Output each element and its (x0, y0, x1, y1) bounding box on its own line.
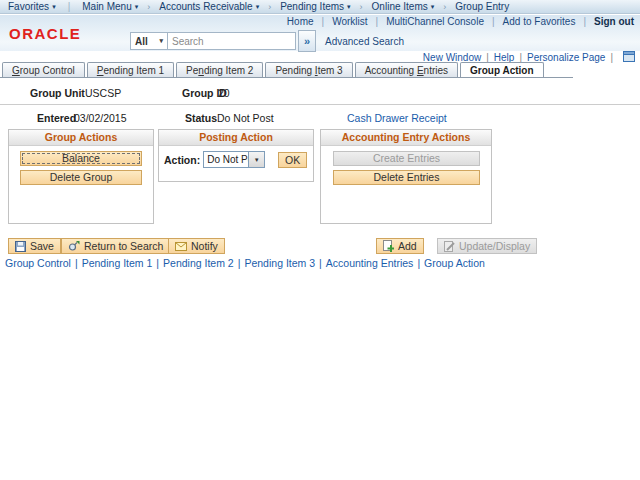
footer-separator: | (417, 257, 420, 269)
tab-pending-item-2[interactable]: Pending Item 2 (176, 62, 263, 78)
tab-group-action[interactable]: Group Action (460, 62, 544, 78)
search-scope-dropdown[interactable]: All ▾ (130, 32, 168, 50)
search-scope-value: All (135, 36, 148, 47)
chevron-down-icon: ▾ (52, 3, 56, 11)
select-dropdown-icon: ▼ (248, 152, 264, 167)
update-display-icon (444, 241, 455, 252)
notify-icon (175, 242, 187, 251)
delete-entries-button[interactable]: Delete Entries (333, 170, 480, 185)
breadcrumb-item-accounts-receivable[interactable]: Accounts Receivable▾ (159, 1, 259, 12)
add-label: Add (398, 240, 417, 252)
top-nav-separator: | (376, 16, 379, 27)
breadcrumb-label: Main Menu (82, 1, 131, 12)
tab-pending-item-1[interactable]: Pending Item 1 (87, 62, 174, 78)
footer-link-accounting-entries[interactable]: Accounting Entries (326, 257, 414, 269)
footer-link-pending-item-2[interactable]: Pending Item 2 (163, 257, 234, 269)
create-entries-button: Create Entries (333, 151, 480, 166)
chevron-down-icon: ▾ (347, 3, 351, 11)
footer-separator: | (319, 257, 322, 269)
group-unit-label: Group Unit (30, 87, 85, 99)
status-value: Do Not Post (217, 112, 274, 124)
accounting-entry-actions-title: Accounting Entry Actions (321, 130, 491, 146)
posting-action-title: Posting Action (159, 130, 313, 146)
breadcrumb-label: Pending Items (280, 1, 344, 12)
breadcrumb-label: Group Entry (455, 1, 509, 12)
breadcrumb-item-online-items[interactable]: Online Items▾ (372, 1, 435, 12)
update-display-label: Update/Display (459, 240, 530, 252)
footer-link-pending-item-1[interactable]: Pending Item 1 (82, 257, 153, 269)
delete-group-button[interactable]: Delete Group (20, 170, 142, 185)
group-id-value: 20 (218, 87, 230, 99)
notify-label: Notify (191, 240, 218, 252)
posting-action-select[interactable]: Do Not Post ▼ (203, 151, 265, 168)
accounting-entry-actions-panel: Accounting Entry Actions Create Entries … (320, 129, 492, 224)
entered-value: 03/02/2015 (74, 112, 127, 124)
chevron-down-icon: ▾ (256, 3, 260, 11)
balance-button[interactable]: Balance (20, 151, 142, 166)
top-nav-link-worklist[interactable]: Worklist (332, 16, 367, 27)
return-to-search-button[interactable]: Return to Search (61, 238, 170, 254)
tab-strip-underline (0, 77, 573, 78)
action-label: Action: (164, 154, 200, 166)
breadcrumb-label: Online Items (372, 1, 428, 12)
chevron-down-icon: ▾ (431, 3, 435, 11)
breadcrumb-separator-icon: › (360, 2, 363, 12)
group-actions-title: Group Actions (9, 130, 153, 146)
top-nav-separator: | (322, 16, 325, 27)
posting-action-panel: Posting Action Action: Do Not Post ▼ OK (158, 129, 314, 182)
top-nav-separator: | (492, 16, 495, 27)
advanced-search-link[interactable]: Advanced Search (325, 36, 404, 47)
save-icon (15, 241, 26, 252)
section-divider (0, 104, 640, 105)
update-display-button: Update/Display (437, 238, 537, 254)
breadcrumb: Favorites▾|Main Menu▾›Accounts Receivabl… (0, 0, 640, 14)
footer-separator: | (238, 257, 241, 269)
chevron-down-icon: ▾ (135, 3, 139, 11)
top-nav: Home|Worklist|MultiChannel Console|Add t… (287, 16, 634, 27)
footer-link-group-control[interactable]: Group Control (5, 257, 71, 269)
posting-action-row: Action: Do Not Post ▼ OK (164, 151, 307, 168)
return-to-search-icon (68, 240, 80, 252)
breadcrumb-item-group-entry[interactable]: Group Entry (455, 1, 509, 12)
tab-group-control[interactable]: Group Control (2, 62, 85, 78)
top-nav-separator: | (583, 16, 586, 27)
group-entry-page: Favorites▾|Main Menu▾›Accounts Receivabl… (0, 0, 640, 480)
header-bar: ORACLE Home|Worklist|MultiChannel Consol… (0, 15, 640, 51)
top-nav-link-home[interactable]: Home (287, 16, 314, 27)
top-nav-link-add-to-favorites[interactable]: Add to Favorites (503, 16, 576, 27)
breadcrumb-item-main-menu[interactable]: Main Menu▾ (82, 1, 138, 12)
sign-out-link[interactable]: Sign out (594, 16, 634, 27)
footer-separator: | (75, 257, 78, 269)
breadcrumb-label: Accounts Receivable (159, 1, 252, 12)
cash-drawer-receipt-link[interactable]: Cash Drawer Receipt (347, 112, 447, 124)
search-input[interactable] (168, 32, 296, 50)
search-area: All ▾ » Advanced Search (130, 30, 404, 52)
http-window-icon[interactable] (623, 51, 635, 64)
utility-separator: | (610, 52, 613, 63)
tab-pending-item-3[interactable]: Pending Item 3 (265, 62, 352, 78)
footer-link-pending-item-3[interactable]: Pending Item 3 (244, 257, 315, 269)
group-unit-value: USCSP (85, 87, 121, 99)
breadcrumb-label: Favorites (8, 1, 49, 12)
ok-button[interactable]: OK (278, 152, 307, 168)
entered-label: Entered (37, 112, 76, 124)
breadcrumb-divider: | (68, 1, 71, 12)
oracle-logo: ORACLE (9, 25, 81, 42)
return-to-search-label: Return to Search (84, 240, 163, 252)
save-button[interactable]: Save (8, 238, 61, 254)
notify-button[interactable]: Notify (168, 238, 225, 254)
breadcrumb-item-favorites[interactable]: Favorites▾ (8, 1, 56, 12)
breadcrumb-separator-icon: › (147, 2, 150, 12)
add-icon (383, 240, 394, 252)
breadcrumb-item-pending-items[interactable]: Pending Items▾ (280, 1, 350, 12)
status-label: Status (185, 112, 217, 124)
footer-separator: | (156, 257, 159, 269)
footer-link-group-action[interactable]: Group Action (424, 257, 485, 269)
footer-page-links: Group Control|Pending Item 1|Pending Ite… (5, 257, 485, 269)
add-button[interactable]: Add (376, 238, 424, 254)
tab-strip: Group ControlPending Item 1Pending Item … (2, 62, 546, 78)
group-actions-panel: Group Actions Balance Delete Group (8, 129, 154, 224)
tab-accounting-entries[interactable]: Accounting Entries (355, 62, 458, 78)
top-nav-link-multichannel-console[interactable]: MultiChannel Console (386, 16, 484, 27)
search-go-button[interactable]: » (298, 30, 316, 52)
